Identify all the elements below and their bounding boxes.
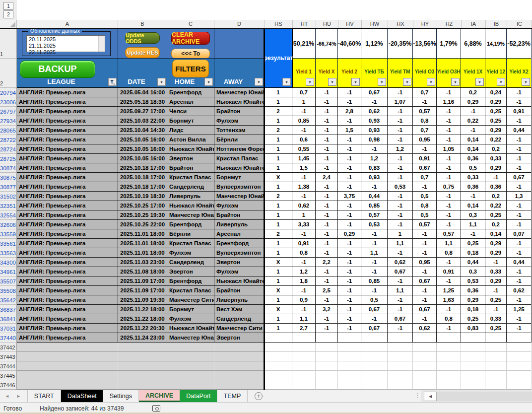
date-cell[interactable]: 2025.11.22 18:00 [118, 314, 167, 324]
empty-cell[interactable] [507, 343, 532, 352]
home-cell[interactable]: Кристал Пэлас [167, 173, 214, 182]
away-cell[interactable]: Манчестер Юнайт [214, 88, 265, 97]
yield-value-cell[interactable]: -1 [485, 258, 507, 267]
yield-value-cell[interactable]: 0,29 [461, 295, 485, 305]
away-cell[interactable]: Ньюкасл Юнайтед [214, 163, 265, 173]
empty-cell[interactable] [361, 371, 388, 380]
yield-value-cell[interactable]: 0,36 [461, 182, 485, 192]
away-cell[interactable]: Манчестер Юнайт [214, 192, 265, 201]
league-cell[interactable]: АНГЛИЯ: Премьер-лига [17, 182, 118, 192]
yield-value-cell[interactable]: 1,1 [292, 314, 316, 324]
yield-value-cell[interactable]: -1 [507, 248, 532, 258]
outline-level-1-button[interactable]: 1 [3, 2, 13, 10]
yield-value-cell[interactable]: 0,67 [361, 305, 388, 314]
yield-value-cell[interactable]: -1 [461, 192, 485, 201]
yield-value-cell[interactable]: -1 [316, 144, 338, 154]
yield-value-cell[interactable]: 0,14 [461, 201, 485, 210]
yield-value-cell[interactable]: 0,22 [485, 201, 507, 210]
yield-value-cell[interactable]: 3,2 [316, 305, 338, 314]
yield-filter-button[interactable]: ▼ [328, 78, 336, 86]
empty-cell[interactable] [17, 371, 118, 380]
empty-cell[interactable] [485, 371, 507, 380]
result-cell[interactable] [265, 333, 292, 343]
yield-value-cell[interactable]: -1 [361, 239, 388, 248]
date-cell[interactable]: 2025.11.09 17:00 [118, 286, 167, 295]
empty-cell[interactable] [17, 352, 118, 361]
empty-cell[interactable] [265, 380, 292, 390]
column-header-B[interactable]: B [118, 20, 167, 28]
yield-value-cell[interactable]: -1 [361, 314, 388, 324]
yield-value-cell[interactable]: 0,75 [437, 182, 461, 192]
empty-cell[interactable] [437, 361, 461, 371]
yield-value-cell[interactable]: -1 [316, 295, 338, 305]
date-cell[interactable]: 2025.10.18 17:00 [118, 163, 167, 173]
tabbar-resize-dots[interactable]: ⋮ [415, 392, 421, 399]
yield-value-cell[interactable]: -1 [338, 154, 361, 163]
empty-cell[interactable] [265, 352, 292, 361]
empty-cell[interactable] [214, 352, 265, 361]
yield-value-cell[interactable]: 0,8 [413, 116, 437, 126]
yield-value-cell[interactable]: 0,7 [413, 126, 437, 135]
yield-value-cell[interactable]: -1 [437, 276, 461, 286]
away-cell[interactable]: Брайтон [214, 286, 265, 295]
yield-value-cell[interactable] [461, 333, 485, 343]
yield-value-cell[interactable]: 0,93 [361, 116, 388, 126]
yield-value-cell[interactable]: -1 [316, 163, 338, 173]
yield-value-cell[interactable]: 0,07 [507, 229, 532, 239]
yield-value-cell[interactable]: 1,2 [361, 154, 388, 163]
yield-value-cell[interactable]: -1 [437, 324, 461, 333]
yield-value-cell[interactable]: -1 [413, 295, 437, 305]
yield-value-cell[interactable]: -1 [316, 314, 338, 324]
yield-value-cell[interactable]: 0,2 [485, 144, 507, 154]
yield-value-cell[interactable]: 0,53 [388, 182, 413, 192]
yield-value-cell[interactable]: 1,5 [338, 126, 361, 135]
yield-value-cell[interactable] [437, 333, 461, 343]
yield-value-cell[interactable]: 0,7 [413, 173, 437, 182]
yield-value-cell[interactable]: -1 [316, 97, 338, 107]
yield-value-cell[interactable]: -1 [388, 305, 413, 314]
yield-value-cell[interactable]: -1 [292, 192, 316, 201]
yield-value-cell[interactable]: 0,14 [461, 135, 485, 144]
outline-level-2-button[interactable]: 2 [3, 10, 13, 18]
empty-cell[interactable] [118, 371, 167, 380]
yield-value-cell[interactable]: -1 [388, 192, 413, 201]
yield-value-cell[interactable]: -1 [388, 126, 413, 135]
row-number[interactable]: 37440 [0, 333, 17, 343]
date-cell[interactable]: 2025.10.04 14:30 [118, 126, 167, 135]
home-cell[interactable]: Борнмут [167, 305, 214, 314]
row-header-2[interactable]: 2 [0, 59, 17, 88]
yield-value-cell[interactable]: -1 [316, 154, 338, 163]
result-cell[interactable]: 1 [265, 324, 292, 333]
empty-cell[interactable] [316, 352, 338, 361]
yield-value-cell[interactable]: 1,16 [437, 97, 461, 107]
yield-value-cell[interactable]: 1,2 [292, 267, 316, 276]
column-header-HT[interactable]: HT [293, 20, 316, 28]
yield-value-cell[interactable]: -1 [388, 88, 413, 97]
yield-value-cell[interactable]: 0,25 [485, 116, 507, 126]
empty-cell[interactable] [338, 371, 361, 380]
empty-cell[interactable] [338, 352, 361, 361]
column-header-IB[interactable]: IB [486, 20, 507, 28]
empty-cell[interactable] [292, 343, 316, 352]
date-cell[interactable]: 2025.10.25 17:00 [118, 201, 167, 210]
league-cell[interactable]: АНГЛИЯ: Премьер-лига [17, 88, 118, 97]
away-cell[interactable]: Борнмут [214, 173, 265, 182]
league-cell[interactable]: АНГЛИЯ: Премьер-лига [17, 173, 118, 182]
yield-value-cell[interactable]: 1,1 [388, 286, 413, 295]
column-header-D[interactable]: D [214, 20, 265, 28]
yield-value-cell[interactable]: -1 [507, 88, 532, 97]
row-number[interactable]: 37445 [0, 371, 17, 380]
date-cell[interactable]: 2025.10.25 19:30 [118, 210, 167, 220]
yield-value-cell[interactable]: 1,8 [292, 276, 316, 286]
away-cell[interactable]: Эвертон [214, 258, 265, 267]
away-cell[interactable]: Ливерпуль [214, 220, 265, 229]
yield-value-cell[interactable]: -1 [388, 276, 413, 286]
yield-value-cell[interactable]: 0,33 [485, 154, 507, 163]
league-cell[interactable]: АНГЛИЯ: Премьер-лига [17, 210, 118, 220]
yield-value-cell[interactable]: 0,25 [485, 210, 507, 220]
yield-value-cell[interactable]: 0,22 [485, 135, 507, 144]
away-cell[interactable]: Брентфорд [214, 239, 265, 248]
yield-value-cell[interactable]: -1 [507, 182, 532, 192]
away-cell[interactable]: Ливерпуль [214, 295, 265, 305]
away-cell[interactable]: Брайтон [214, 107, 265, 116]
